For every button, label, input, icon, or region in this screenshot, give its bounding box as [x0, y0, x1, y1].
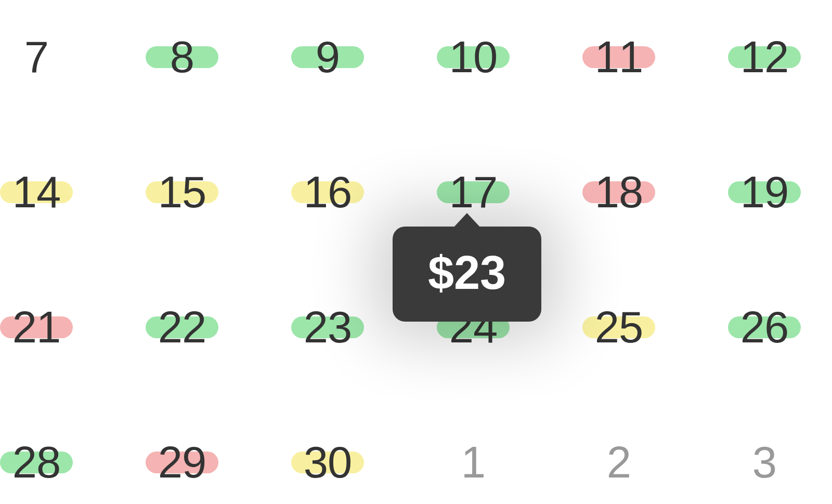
day-number: 3 — [752, 437, 776, 488]
calendar-day[interactable]: 15 — [109, 125, 255, 260]
calendar-day[interactable]: 30 — [255, 395, 400, 504]
calendar-day[interactable]: 1 — [400, 395, 546, 504]
day-number: 22 — [158, 302, 206, 353]
day-number: 21 — [12, 302, 61, 353]
calendar-day[interactable]: 12 — [692, 0, 832, 125]
calendar-day[interactable]: 10 — [400, 0, 546, 125]
day-number: 12 — [740, 32, 789, 83]
tooltip-label: $23 — [428, 247, 506, 299]
day-number: 11 — [595, 32, 643, 83]
calendar-day[interactable]: 8 — [109, 0, 255, 125]
calendar-day[interactable]: 18 — [546, 125, 692, 260]
day-number: 17 — [449, 167, 498, 218]
calendar-day[interactable]: 21 — [0, 260, 109, 395]
day-number: 9 — [316, 32, 340, 83]
calendar-day[interactable]: 14 — [0, 125, 109, 260]
calendar-day[interactable]: 11 — [546, 0, 692, 125]
calendar-day[interactable]: 26 — [692, 260, 832, 395]
calendar-day[interactable]: 22 — [109, 260, 255, 395]
calendar-day[interactable]: 2 — [546, 395, 692, 504]
day-number: 30 — [304, 437, 352, 488]
day-number: 26 — [740, 302, 789, 353]
day-number: 7 — [24, 32, 48, 83]
calendar-day[interactable]: 29 — [109, 395, 255, 504]
day-number: 23 — [304, 302, 352, 353]
calendar-day[interactable]: 16 — [255, 125, 400, 260]
calendar-day[interactable]: 19 — [692, 125, 832, 260]
calendar-day[interactable]: 25 — [546, 260, 692, 395]
day-number: 18 — [595, 167, 643, 218]
day-number: 15 — [158, 167, 206, 218]
day-number: 10 — [449, 32, 498, 83]
day-number: 8 — [170, 32, 194, 83]
price-tooltip: $23 — [393, 227, 541, 322]
calendar-day[interactable]: 9 — [255, 0, 400, 125]
calendar-day[interactable]: 3 — [692, 395, 832, 504]
calendar-day[interactable]: 7 — [0, 0, 109, 125]
day-number: 14 — [12, 167, 61, 218]
day-number: 19 — [740, 167, 789, 218]
day-number: 2 — [607, 437, 631, 488]
calendar-day[interactable]: 23 — [255, 260, 400, 395]
day-number: 16 — [304, 167, 352, 218]
calendar-day[interactable]: 28 — [0, 395, 109, 504]
day-number: 29 — [158, 437, 206, 488]
day-number: 1 — [461, 437, 485, 488]
day-number: 25 — [595, 302, 643, 353]
day-number: 28 — [12, 437, 61, 488]
